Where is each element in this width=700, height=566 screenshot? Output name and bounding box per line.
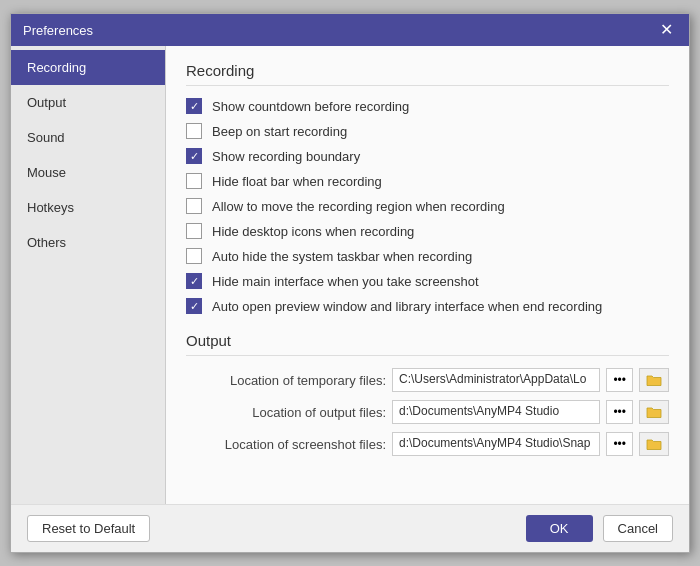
- checkbox-row-beep-on-start: Beep on start recording: [186, 123, 669, 139]
- checkbox-row-hide-desktop-icons: Hide desktop icons when recording: [186, 223, 669, 239]
- checkbox-auto-open-preview[interactable]: [186, 298, 202, 314]
- checkbox-label-auto-hide-taskbar: Auto hide the system taskbar when record…: [212, 249, 472, 264]
- checkbox-row-hide-main-interface: Hide main interface when you take screen…: [186, 273, 669, 289]
- checkbox-hide-float-bar[interactable]: [186, 173, 202, 189]
- checkbox-label-hide-desktop-icons: Hide desktop icons when recording: [212, 224, 414, 239]
- checkbox-row-show-countdown: Show countdown before recording: [186, 98, 669, 114]
- folder-icon: [646, 404, 662, 420]
- folder-icon: [646, 436, 662, 452]
- preferences-dialog: Preferences ✕ Recording Output Sound Mou…: [10, 13, 690, 553]
- sidebar-item-mouse[interactable]: Mouse: [11, 155, 165, 190]
- checkbox-auto-hide-taskbar[interactable]: [186, 248, 202, 264]
- checkbox-allow-move[interactable]: [186, 198, 202, 214]
- output-folder-screenshot-files[interactable]: [639, 432, 669, 456]
- sidebar-item-sound[interactable]: Sound: [11, 120, 165, 155]
- dialog-title: Preferences: [23, 23, 93, 38]
- checkbox-label-beep-on-start: Beep on start recording: [212, 124, 347, 139]
- reset-to-default-button[interactable]: Reset to Default: [27, 515, 150, 542]
- output-label-output-files: Location of output files:: [186, 405, 386, 420]
- checkbox-label-allow-move: Allow to move the recording region when …: [212, 199, 505, 214]
- output-folder-temp-files[interactable]: [639, 368, 669, 392]
- output-row-temp-files: Location of temporary files: C:\Users\Ad…: [186, 368, 669, 392]
- output-folder-output-files[interactable]: [639, 400, 669, 424]
- output-row-output-files: Location of output files: d:\Documents\A…: [186, 400, 669, 424]
- sidebar: Recording Output Sound Mouse Hotkeys Oth…: [11, 46, 166, 504]
- checkbox-label-hide-main-interface: Hide main interface when you take screen…: [212, 274, 479, 289]
- sidebar-item-hotkeys[interactable]: Hotkeys: [11, 190, 165, 225]
- output-row-screenshot-files: Location of screenshot files: d:\Documen…: [186, 432, 669, 456]
- dialog-footer: Reset to Default OK Cancel: [11, 504, 689, 552]
- footer-right: OK Cancel: [526, 515, 673, 542]
- main-content: Recording Show countdown before recordin…: [166, 46, 689, 504]
- checkbox-label-show-countdown: Show countdown before recording: [212, 99, 409, 114]
- checkbox-label-hide-float-bar: Hide float bar when recording: [212, 174, 382, 189]
- checkbox-row-show-boundary: Show recording boundary: [186, 148, 669, 164]
- ok-button[interactable]: OK: [526, 515, 593, 542]
- folder-icon: [646, 372, 662, 388]
- output-section-title: Output: [186, 332, 669, 356]
- output-label-screenshot-files: Location of screenshot files:: [186, 437, 386, 452]
- checkbox-row-auto-hide-taskbar: Auto hide the system taskbar when record…: [186, 248, 669, 264]
- checkbox-hide-desktop-icons[interactable]: [186, 223, 202, 239]
- checkbox-label-show-boundary: Show recording boundary: [212, 149, 360, 164]
- checkbox-row-auto-open-preview: Auto open preview window and library int…: [186, 298, 669, 314]
- checkbox-label-auto-open-preview: Auto open preview window and library int…: [212, 299, 602, 314]
- output-section: Output Location of temporary files: C:\U…: [186, 332, 669, 456]
- checkbox-row-allow-move: Allow to move the recording region when …: [186, 198, 669, 214]
- output-field-output-files[interactable]: d:\Documents\AnyMP4 Studio: [392, 400, 600, 424]
- title-bar: Preferences ✕: [11, 14, 689, 46]
- checkbox-show-countdown[interactable]: [186, 98, 202, 114]
- sidebar-item-output[interactable]: Output: [11, 85, 165, 120]
- cancel-button[interactable]: Cancel: [603, 515, 673, 542]
- close-button[interactable]: ✕: [656, 20, 677, 40]
- output-field-screenshot-files[interactable]: d:\Documents\AnyMP4 Studio\Snap: [392, 432, 600, 456]
- dialog-body: Recording Output Sound Mouse Hotkeys Oth…: [11, 46, 689, 504]
- output-dots-temp-files[interactable]: •••: [606, 368, 633, 392]
- sidebar-item-recording[interactable]: Recording: [11, 50, 165, 85]
- output-field-temp-files[interactable]: C:\Users\Administrator\AppData\Lo: [392, 368, 600, 392]
- sidebar-item-others[interactable]: Others: [11, 225, 165, 260]
- output-dots-output-files[interactable]: •••: [606, 400, 633, 424]
- recording-section-title: Recording: [186, 62, 669, 86]
- output-label-temp-files: Location of temporary files:: [186, 373, 386, 388]
- checkbox-row-hide-float-bar: Hide float bar when recording: [186, 173, 669, 189]
- checkbox-hide-main-interface[interactable]: [186, 273, 202, 289]
- output-dots-screenshot-files[interactable]: •••: [606, 432, 633, 456]
- checkbox-show-boundary[interactable]: [186, 148, 202, 164]
- checkbox-beep-on-start[interactable]: [186, 123, 202, 139]
